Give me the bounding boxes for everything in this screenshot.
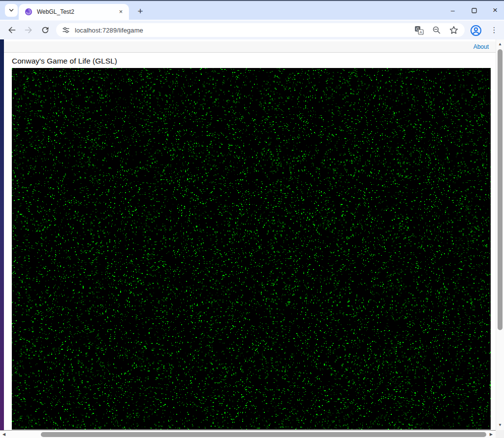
- zoom-out-icon[interactable]: [432, 26, 441, 34]
- scroll-left-arrow[interactable]: ◀: [2, 433, 5, 437]
- maximize-icon: [472, 8, 477, 13]
- scroll-right-arrow[interactable]: ▶: [490, 433, 493, 437]
- sidebar-gradient-stripe: [0, 39, 4, 430]
- browser-toolbar: localhost:7289/lifegame G A: [0, 20, 504, 39]
- web-page: About Conway's Game of Life (GLSL) ▲ ▼ ◀…: [0, 39, 504, 438]
- new-tab-button[interactable]: +: [134, 5, 147, 18]
- vertical-scrollbar[interactable]: ▲ ▼: [496, 39, 504, 430]
- url-text[interactable]: localhost:7289/lifegame: [75, 27, 143, 34]
- bookmark-star-icon[interactable]: [449, 26, 458, 34]
- profile-avatar-icon[interactable]: [470, 25, 482, 36]
- svg-text:A: A: [419, 30, 422, 34]
- tab-search-button[interactable]: [5, 4, 18, 17]
- scroll-up-arrow[interactable]: ▲: [496, 42, 504, 46]
- page-top-row: About: [4, 41, 496, 53]
- maximize-button[interactable]: [470, 8, 478, 13]
- translate-icon[interactable]: G A: [414, 26, 424, 35]
- window-controls: – ×: [449, 2, 499, 19]
- tab-title: WebGL_Test2: [37, 8, 117, 15]
- browser-tab[interactable]: WebGL_Test2 ×: [19, 4, 129, 20]
- forward-button[interactable]: [22, 23, 35, 37]
- browser-menu-icon[interactable]: ⋮: [489, 24, 499, 36]
- back-arrow-icon: [7, 25, 17, 35]
- browser-window: WebGL_Test2 × + – ×: [0, 0, 504, 438]
- horizontal-scrollbar-thumb[interactable]: [41, 432, 486, 437]
- horizontal-scrollbar[interactable]: ◀ ▶: [0, 430, 496, 438]
- scrollbar-corner: [496, 430, 504, 438]
- tab-strip: WebGL_Test2 × + – ×: [0, 1, 504, 20]
- favicon-swirl-icon: [25, 8, 32, 16]
- scroll-down-arrow[interactable]: ▼: [496, 423, 504, 427]
- reload-button[interactable]: [38, 23, 52, 37]
- reload-icon: [41, 26, 50, 34]
- forward-arrow-icon: [24, 25, 33, 35]
- site-settings-icon[interactable]: [62, 26, 70, 34]
- minimize-button[interactable]: –: [449, 6, 457, 14]
- tab-close-button[interactable]: ×: [117, 8, 125, 16]
- page-title: Conway's Game of Life (GLSL): [12, 57, 117, 66]
- close-window-button[interactable]: ×: [491, 5, 499, 15]
- chevron-down-icon: [8, 7, 14, 13]
- life-canvas[interactable]: [12, 68, 491, 430]
- vertical-scrollbar-thumb[interactable]: [498, 49, 503, 330]
- address-bar[interactable]: localhost:7289/lifegame G A: [56, 23, 465, 37]
- back-button[interactable]: [5, 23, 19, 37]
- about-link[interactable]: About: [473, 43, 489, 50]
